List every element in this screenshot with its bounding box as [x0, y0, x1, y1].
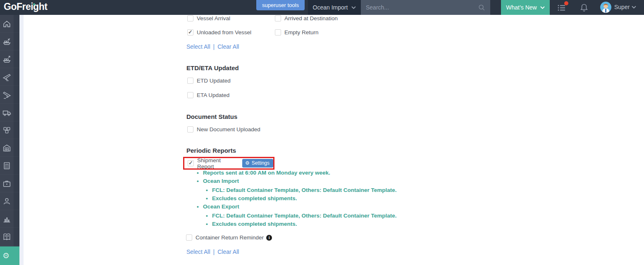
superuser-tools-label: superuser tools — [262, 2, 299, 8]
module-selector-value: Ocean Import — [313, 4, 348, 11]
logo-accent-dot — [33, 3, 35, 5]
checkbox-label: Empty Return — [284, 29, 319, 35]
sidebar-item-jobs[interactable] — [0, 175, 19, 192]
sidebar-item-air-export[interactable] — [0, 86, 19, 104]
plane-export-icon — [2, 90, 11, 99]
plane-import-icon — [2, 73, 11, 81]
chevron-down-icon[interactable] — [632, 6, 636, 9]
report-detail-item: FCL: Default Container Template, Others:… — [194, 186, 451, 194]
report-detail-item: Ocean Import — [194, 177, 451, 185]
shipment-report-settings-button[interactable]: ⚙ Settings — [242, 159, 273, 168]
etd-eta-section-title: ETD/ETA Updated — [186, 64, 239, 71]
sidebar-item-warehouse[interactable] — [0, 139, 19, 157]
periodic-reports-bulk-links: Select All | Clear All — [186, 248, 239, 255]
checkbox-item-arrived-at-destination: Arrived at Destination — [275, 15, 338, 21]
packages-icon — [2, 126, 11, 135]
checkbox-item-container-return-reminder: Container Return Reminder i — [186, 234, 272, 241]
gear-icon: ⚙ — [2, 252, 10, 260]
info-icon[interactable]: i — [266, 235, 272, 241]
periodic-reports-section-title: Periodic Reports — [186, 147, 236, 154]
report-detail-item: Reports sent at 6:00 AM on Monday every … — [194, 169, 451, 177]
shipment-report-details-list: Reports sent at 6:00 AM on Monday every … — [194, 169, 451, 228]
checkbox-label: Container Return Reminder — [196, 234, 264, 241]
gofreight-logo: GoFreight — [4, 1, 47, 12]
avatar-face — [603, 4, 608, 8]
vertical-scrollbar[interactable] — [19, 15, 24, 265]
unloaded-from-vessel-checkbox[interactable] — [187, 29, 193, 35]
sidebar-item-accounting[interactable] — [0, 157, 19, 175]
report-detail-item: Ocean Export — [194, 203, 451, 211]
container-return-reminder-checkbox[interactable] — [186, 234, 192, 241]
checkbox-item-new-document-uploaded: New Document Uploaded — [187, 126, 260, 132]
gear-icon: ⚙ — [245, 161, 250, 166]
sidebar-item-ledger[interactable] — [0, 228, 19, 246]
user-menu[interactable]: Super — [614, 4, 630, 10]
sidebar-item-trucking[interactable] — [0, 104, 19, 121]
new-document-uploaded-checkbox[interactable] — [187, 126, 193, 132]
checkbox-label: New Document Uploaded — [197, 126, 260, 132]
checkbox-item-empty-return: Empty Return — [275, 29, 319, 35]
checkbox-label: Vessel Arrival — [197, 15, 230, 21]
empty-return-checkbox[interactable] — [275, 29, 281, 35]
chevron-down-icon — [351, 6, 356, 9]
avatar-tie — [605, 9, 606, 12]
settings-button-label: Settings — [252, 160, 270, 166]
module-selector-dropdown[interactable]: Ocean Import — [308, 0, 361, 15]
user-avatar[interactable] — [600, 2, 611, 13]
calculator-icon — [2, 161, 11, 170]
notification-badge-dot — [564, 1, 568, 5]
checkbox-item-eta-updated: ETA Updated — [187, 92, 229, 98]
ship-export-icon — [2, 55, 11, 64]
report-detail-item: Excludes completed shipments. — [194, 194, 451, 203]
checkbox-label: Arrived at Destination — [284, 15, 338, 21]
sidebar-item-air-import[interactable] — [0, 68, 19, 86]
sidebar-item-reports[interactable] — [0, 210, 19, 228]
clear-all-link[interactable]: Clear All — [217, 248, 239, 255]
book-icon — [2, 232, 11, 241]
link-separator: | — [213, 248, 215, 255]
checkbox-label: Shipment Report — [197, 157, 239, 170]
truck-icon — [2, 108, 11, 117]
bell-icon[interactable] — [580, 3, 589, 12]
warehouse-icon — [2, 144, 11, 152]
shipment-status-bulk-links: Select All | Clear All — [186, 43, 239, 50]
checkbox-label: ETD Updated — [197, 78, 231, 84]
superuser-tools-button[interactable]: superuser tools — [256, 0, 305, 10]
sidebar-item-contacts[interactable] — [0, 192, 19, 210]
vessel-arrival-checkbox[interactable] — [187, 15, 193, 21]
home-icon — [2, 19, 11, 28]
checkbox-item-unloaded-from-vessel: Unloaded from Vessel — [187, 29, 251, 35]
link-separator: | — [213, 43, 215, 50]
select-all-link[interactable]: Select All — [186, 43, 210, 50]
arrived-at-destination-checkbox[interactable] — [275, 15, 281, 21]
person-icon — [2, 197, 11, 206]
report-detail-item: Excludes completed shipments. — [194, 220, 451, 228]
whats-new-label: What’s New — [506, 4, 537, 11]
eta-updated-checkbox[interactable] — [187, 92, 193, 98]
search-input[interactable] — [366, 4, 478, 11]
checkbox-item-etd-updated: ETD Updated — [187, 78, 231, 84]
top-navigation-bar: GoFreight superuser tools Ocean Import W… — [0, 0, 644, 15]
chevron-down-icon — [540, 6, 545, 9]
briefcase-icon — [2, 179, 11, 188]
checkbox-label: Unloaded from Vessel — [197, 29, 251, 35]
checkbox-label: ETA Updated — [197, 92, 229, 98]
sidebar-item-ocean-import[interactable] — [0, 33, 19, 50]
sidebar-item-shipments[interactable] — [0, 121, 19, 139]
etd-updated-checkbox[interactable] — [187, 78, 193, 84]
checkbox-item-vessel-arrival: Vessel Arrival — [187, 15, 230, 21]
clear-all-link[interactable]: Clear All — [217, 43, 239, 50]
document-status-section-title: Document Status — [186, 113, 237, 120]
sidebar-navigation: ⚙ — [0, 15, 19, 265]
shipment-report-highlight-box: Shipment Report ⚙ Settings — [183, 157, 274, 170]
whats-new-button[interactable]: What’s New — [501, 0, 550, 15]
bar-chart-icon — [2, 215, 11, 223]
sidebar-item-settings[interactable]: ⚙ — [0, 246, 19, 265]
select-all-link[interactable]: Select All — [186, 248, 210, 255]
sidebar-item-home[interactable] — [0, 15, 19, 33]
shipment-report-checkbox[interactable] — [188, 160, 194, 166]
search-icon — [478, 4, 485, 11]
sidebar-item-ocean-export[interactable] — [0, 50, 19, 68]
notification-settings-page: GoFreight superuser tools Ocean Import W… — [0, 0, 644, 265]
ship-import-icon — [2, 37, 11, 46]
